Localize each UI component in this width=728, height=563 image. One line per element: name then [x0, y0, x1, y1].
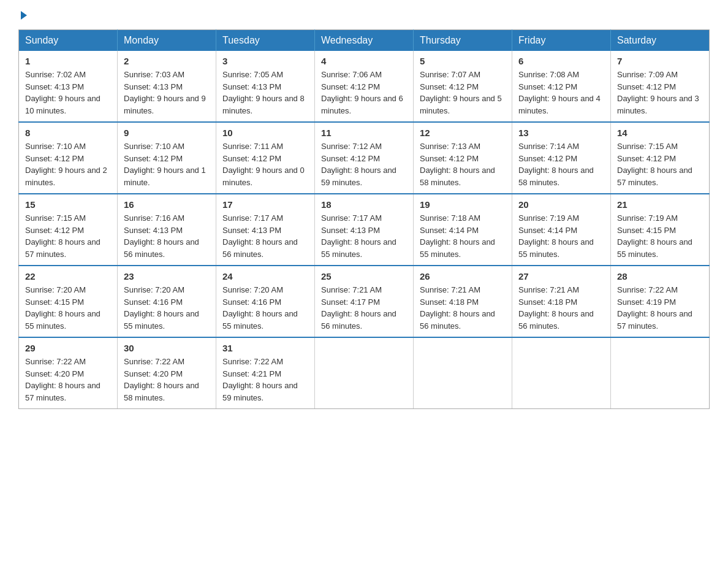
day-number: 14: [617, 128, 703, 138]
day-info: Sunrise: 7:11 AM Sunset: 4:12 PM Dayligh…: [222, 142, 305, 187]
calendar-cell: 23 Sunrise: 7:20 AM Sunset: 4:16 PM Dayl…: [118, 266, 216, 337]
calendar-week-row: 22 Sunrise: 7:20 AM Sunset: 4:15 PM Dayl…: [19, 266, 710, 337]
day-info: Sunrise: 7:05 AM Sunset: 4:13 PM Dayligh…: [222, 70, 305, 115]
calendar-week-row: 15 Sunrise: 7:15 AM Sunset: 4:12 PM Dayl…: [19, 194, 710, 266]
day-number: 19: [420, 199, 506, 210]
day-info: Sunrise: 7:21 AM Sunset: 4:18 PM Dayligh…: [420, 285, 495, 331]
day-info: Sunrise: 7:10 AM Sunset: 4:12 PM Dayligh…: [124, 142, 206, 187]
day-number: 7: [617, 56, 703, 66]
day-number: 27: [518, 271, 604, 282]
day-number: 10: [222, 128, 308, 138]
day-number: 23: [124, 271, 210, 282]
calendar-cell: 25 Sunrise: 7:21 AM Sunset: 4:17 PM Dayl…: [315, 266, 414, 337]
calendar-cell: 17 Sunrise: 7:17 AM Sunset: 4:13 PM Dayl…: [216, 194, 315, 266]
calendar-cell: [512, 337, 611, 409]
day-number: 24: [222, 271, 308, 282]
day-info: Sunrise: 7:22 AM Sunset: 4:20 PM Dayligh…: [124, 357, 199, 402]
day-number: 28: [617, 271, 703, 282]
calendar-cell: 19 Sunrise: 7:18 AM Sunset: 4:14 PM Dayl…: [414, 194, 512, 266]
calendar-cell: 21 Sunrise: 7:19 AM Sunset: 4:15 PM Dayl…: [611, 194, 710, 266]
logo-blue-text: [18, 12, 27, 20]
logo-arrow-icon: [21, 11, 27, 20]
calendar-cell: 22 Sunrise: 7:20 AM Sunset: 4:15 PM Dayl…: [19, 266, 118, 337]
day-info: Sunrise: 7:07 AM Sunset: 4:12 PM Dayligh…: [420, 70, 502, 115]
day-info: Sunrise: 7:09 AM Sunset: 4:12 PM Dayligh…: [617, 70, 699, 115]
day-info: Sunrise: 7:18 AM Sunset: 4:14 PM Dayligh…: [420, 213, 495, 259]
page-header: [18, 12, 710, 20]
calendar-cell: [315, 337, 414, 409]
day-number: 25: [321, 271, 407, 282]
day-number: 29: [25, 343, 111, 353]
day-number: 3: [222, 56, 308, 66]
calendar-week-row: 1 Sunrise: 7:02 AM Sunset: 4:13 PM Dayli…: [19, 51, 710, 122]
calendar-cell: 13 Sunrise: 7:14 AM Sunset: 4:12 PM Dayl…: [512, 122, 611, 194]
day-number: 22: [25, 271, 111, 282]
calendar-cell: 28 Sunrise: 7:22 AM Sunset: 4:19 PM Dayl…: [611, 266, 710, 337]
calendar-cell: 1 Sunrise: 7:02 AM Sunset: 4:13 PM Dayli…: [19, 51, 118, 122]
day-number: 18: [321, 199, 407, 210]
day-info: Sunrise: 7:14 AM Sunset: 4:12 PM Dayligh…: [518, 142, 594, 187]
calendar-cell: 16 Sunrise: 7:16 AM Sunset: 4:13 PM Dayl…: [118, 194, 216, 266]
calendar-cell: 12 Sunrise: 7:13 AM Sunset: 4:12 PM Dayl…: [414, 122, 512, 194]
day-info: Sunrise: 7:08 AM Sunset: 4:12 PM Dayligh…: [518, 70, 601, 115]
calendar-cell: 6 Sunrise: 7:08 AM Sunset: 4:12 PM Dayli…: [512, 51, 611, 122]
calendar-cell: 15 Sunrise: 7:15 AM Sunset: 4:12 PM Dayl…: [19, 194, 118, 266]
day-number: 11: [321, 128, 407, 138]
weekday-header-friday: Friday: [512, 30, 611, 52]
day-number: 31: [222, 343, 308, 353]
day-number: 17: [222, 199, 308, 210]
day-number: 6: [518, 56, 604, 66]
calendar-cell: 5 Sunrise: 7:07 AM Sunset: 4:12 PM Dayli…: [414, 51, 512, 122]
day-number: 1: [25, 56, 111, 66]
day-info: Sunrise: 7:22 AM Sunset: 4:21 PM Dayligh…: [222, 357, 298, 402]
day-info: Sunrise: 7:16 AM Sunset: 4:13 PM Dayligh…: [124, 213, 199, 259]
logo: [18, 12, 27, 20]
day-number: 9: [124, 128, 210, 138]
weekday-header-tuesday: Tuesday: [216, 30, 315, 52]
day-number: 20: [518, 199, 604, 210]
day-info: Sunrise: 7:22 AM Sunset: 4:20 PM Dayligh…: [25, 357, 100, 402]
calendar-cell: 14 Sunrise: 7:15 AM Sunset: 4:12 PM Dayl…: [611, 122, 710, 194]
calendar-cell: 20 Sunrise: 7:19 AM Sunset: 4:14 PM Dayl…: [512, 194, 611, 266]
weekday-header-thursday: Thursday: [414, 30, 512, 52]
calendar-cell: 27 Sunrise: 7:21 AM Sunset: 4:18 PM Dayl…: [512, 266, 611, 337]
day-info: Sunrise: 7:02 AM Sunset: 4:13 PM Dayligh…: [25, 70, 100, 115]
day-number: 5: [420, 56, 506, 66]
calendar-cell: [414, 337, 512, 409]
calendar-cell: 7 Sunrise: 7:09 AM Sunset: 4:12 PM Dayli…: [611, 51, 710, 122]
calendar-cell: 30 Sunrise: 7:22 AM Sunset: 4:20 PM Dayl…: [118, 337, 216, 409]
day-info: Sunrise: 7:10 AM Sunset: 4:12 PM Dayligh…: [25, 142, 107, 187]
day-info: Sunrise: 7:20 AM Sunset: 4:16 PM Dayligh…: [222, 285, 298, 331]
day-info: Sunrise: 7:20 AM Sunset: 4:16 PM Dayligh…: [124, 285, 199, 331]
day-info: Sunrise: 7:12 AM Sunset: 4:12 PM Dayligh…: [321, 142, 396, 187]
calendar-header-row: SundayMondayTuesdayWednesdayThursdayFrid…: [19, 30, 710, 52]
day-info: Sunrise: 7:17 AM Sunset: 4:13 PM Dayligh…: [222, 213, 298, 259]
calendar-cell: [611, 337, 710, 409]
weekday-header-saturday: Saturday: [611, 30, 710, 52]
day-number: 8: [25, 128, 111, 138]
calendar-cell: 31 Sunrise: 7:22 AM Sunset: 4:21 PM Dayl…: [216, 337, 315, 409]
day-number: 16: [124, 199, 210, 210]
calendar-week-row: 8 Sunrise: 7:10 AM Sunset: 4:12 PM Dayli…: [19, 122, 710, 194]
calendar-cell: 10 Sunrise: 7:11 AM Sunset: 4:12 PM Dayl…: [216, 122, 315, 194]
day-info: Sunrise: 7:15 AM Sunset: 4:12 PM Dayligh…: [25, 213, 100, 259]
day-info: Sunrise: 7:06 AM Sunset: 4:12 PM Dayligh…: [321, 70, 403, 115]
day-number: 2: [124, 56, 210, 66]
day-info: Sunrise: 7:21 AM Sunset: 4:18 PM Dayligh…: [518, 285, 594, 331]
day-number: 12: [420, 128, 506, 138]
day-info: Sunrise: 7:03 AM Sunset: 4:13 PM Dayligh…: [124, 70, 206, 115]
day-info: Sunrise: 7:21 AM Sunset: 4:17 PM Dayligh…: [321, 285, 396, 331]
calendar-cell: 11 Sunrise: 7:12 AM Sunset: 4:12 PM Dayl…: [315, 122, 414, 194]
day-number: 15: [25, 199, 111, 210]
day-info: Sunrise: 7:22 AM Sunset: 4:19 PM Dayligh…: [617, 285, 692, 331]
day-number: 13: [518, 128, 604, 138]
day-number: 30: [124, 343, 210, 353]
calendar-cell: 8 Sunrise: 7:10 AM Sunset: 4:12 PM Dayli…: [19, 122, 118, 194]
day-info: Sunrise: 7:20 AM Sunset: 4:15 PM Dayligh…: [25, 285, 100, 331]
day-info: Sunrise: 7:19 AM Sunset: 4:15 PM Dayligh…: [617, 213, 692, 259]
day-number: 26: [420, 271, 506, 282]
day-info: Sunrise: 7:19 AM Sunset: 4:14 PM Dayligh…: [518, 213, 594, 259]
day-info: Sunrise: 7:13 AM Sunset: 4:12 PM Dayligh…: [420, 142, 495, 187]
weekday-header-wednesday: Wednesday: [315, 30, 414, 52]
calendar-cell: 2 Sunrise: 7:03 AM Sunset: 4:13 PM Dayli…: [118, 51, 216, 122]
